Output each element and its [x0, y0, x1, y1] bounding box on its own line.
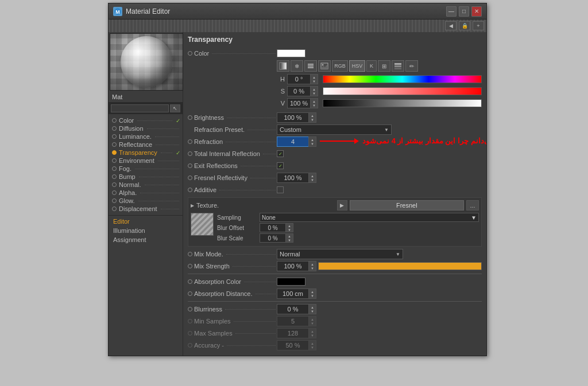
- fresnel-value[interactable]: [277, 173, 308, 183]
- ellipsis-button[interactable]: ...: [466, 200, 479, 210]
- sidebar-item-displacement[interactable]: Displacement: [109, 205, 183, 213]
- sat-bar[interactable]: [323, 87, 482, 95]
- close-button[interactable]: ✕: [471, 6, 482, 17]
- fresnel-spinner-btn[interactable]: ▲ ▼: [308, 173, 316, 183]
- svg-rect-5: [308, 67, 314, 68]
- image-icon[interactable]: [318, 60, 331, 72]
- refraction-spinner[interactable]: ▲ ▼: [277, 137, 316, 147]
- main-area: Mat ↖ Color ✓ Diffusion: [109, 32, 486, 356]
- absorption-distance-value[interactable]: [277, 288, 308, 299]
- refraction-label: Refraction: [188, 138, 277, 145]
- sidebar-nav-illumination[interactable]: Illumination: [109, 226, 183, 235]
- mix-strength-value[interactable]: [277, 261, 308, 271]
- fresnel-button[interactable]: Fresnel: [350, 200, 464, 210]
- blurriness-value[interactable]: [277, 304, 308, 314]
- sampling-dropdown[interactable]: None ▼: [260, 213, 479, 222]
- sidebar-item-reflectance[interactable]: Reflectance: [109, 141, 183, 149]
- back-icon[interactable]: ◀: [445, 21, 457, 30]
- mix-strength-bar[interactable]: [318, 262, 482, 270]
- picker-icon[interactable]: ✏: [405, 60, 418, 72]
- sidebar-item-transparency[interactable]: Transparency ✓: [109, 149, 183, 157]
- absorption-distance-spinner[interactable]: ▲ ▼: [277, 288, 316, 299]
- blurriness-spinner-btn[interactable]: ▲ ▼: [308, 304, 316, 314]
- h-spinner-btn[interactable]: ▲ ▼: [310, 74, 318, 84]
- sidebar-item-color[interactable]: Color ✓: [109, 116, 183, 124]
- svg-rect-10: [394, 68, 401, 69]
- sidebar-item-fog[interactable]: Fog.: [109, 165, 183, 173]
- dot-transparency: [112, 150, 117, 155]
- mix-strength-spinner[interactable]: ▲ ▼: [277, 261, 316, 271]
- blur-scale-spinner-btn[interactable]: ▲ ▼: [285, 233, 293, 243]
- brightness-row: Brightness ▲ ▼: [188, 112, 482, 123]
- add-icon[interactable]: +: [473, 21, 484, 30]
- blur-scale-value[interactable]: [260, 233, 285, 243]
- app-icon: M: [113, 7, 122, 16]
- sidebar-item-bump[interactable]: Bump: [109, 173, 183, 181]
- texture-section: ▶ Texture. ▶ Fresnel ... Sampling None: [188, 197, 482, 247]
- texture-play-btn[interactable]: ▶: [337, 200, 347, 210]
- refraction-spinner-btn[interactable]: ▲ ▼: [308, 137, 316, 147]
- brightness-spinner[interactable]: ▲ ▼: [277, 112, 316, 123]
- exit-reflections-checkbox[interactable]: ✓: [277, 162, 284, 169]
- snowflake-icon[interactable]: ❄: [291, 60, 303, 72]
- brightness-value[interactable]: [277, 112, 308, 123]
- h-label: H: [277, 76, 285, 83]
- blurriness-spinner[interactable]: ▲ ▼: [277, 304, 316, 314]
- cursor-icon[interactable]: ↖: [170, 104, 180, 112]
- triangle-icon[interactable]: ▶: [191, 203, 194, 208]
- s-spinner[interactable]: ▲ ▼: [287, 86, 318, 96]
- grid-icon[interactable]: ⊞: [378, 60, 390, 72]
- minimize-button[interactable]: —: [446, 6, 457, 17]
- h-spinner[interactable]: ▲ ▼: [287, 74, 318, 84]
- v-spinner-btn[interactable]: ▲ ▼: [310, 98, 318, 108]
- s-value[interactable]: [287, 86, 310, 96]
- absorption-distance-spinner-btn[interactable]: ▲ ▼: [308, 288, 316, 299]
- hue-bar[interactable]: [323, 75, 482, 83]
- brightness-spinner-btn[interactable]: ▲ ▼: [308, 112, 316, 123]
- mix-strength-spinner-btn[interactable]: ▲ ▼: [308, 261, 316, 271]
- lock-icon[interactable]: 🔒: [459, 21, 470, 30]
- blur-offset-spinner[interactable]: ▲ ▼: [260, 223, 293, 232]
- refraction-preset-label: Refraction Preset.: [188, 126, 277, 133]
- sidebar-item-luminance[interactable]: Luminance.: [109, 132, 183, 141]
- h-value[interactable]: [287, 74, 310, 84]
- v-spinner[interactable]: ▲ ▼: [287, 98, 318, 108]
- absorption-color-swatch[interactable]: [277, 278, 305, 286]
- tir-checkbox[interactable]: ✓: [277, 150, 284, 157]
- refraction-value[interactable]: [277, 137, 308, 147]
- val-bar[interactable]: [323, 99, 482, 107]
- sidebar-item-environment[interactable]: Environment: [109, 157, 183, 165]
- refraction-row: Refraction ▲ ▼ نمی‌دانم چرا ا: [188, 137, 482, 147]
- mix-mode-dropdown[interactable]: Normal ▼: [277, 249, 403, 259]
- s-spinner-btn[interactable]: ▲ ▼: [310, 86, 318, 96]
- maximize-button[interactable]: □: [459, 6, 469, 17]
- layers-icon[interactable]: [304, 60, 317, 72]
- blur-offset-value[interactable]: [260, 223, 285, 232]
- v-value[interactable]: [287, 98, 310, 108]
- blurriness-label: Blurriness: [188, 306, 277, 313]
- gradient-icon[interactable]: [277, 60, 289, 72]
- hsv-label[interactable]: HSV: [349, 60, 365, 72]
- svg-rect-4: [308, 65, 314, 67]
- accuracy-row: Accuracy - ▲ ▼: [188, 340, 482, 350]
- max-samples-row: Max Samples ▲ ▼: [188, 328, 482, 338]
- brightness-label: Brightness: [188, 114, 277, 121]
- sidebar-item-normal[interactable]: Normal.: [109, 181, 183, 189]
- svg-rect-9: [394, 65, 401, 67]
- sidebar-item-diffusion[interactable]: Diffusion: [109, 124, 183, 132]
- separator-1: [188, 274, 482, 274]
- sidebar-nav-assignment[interactable]: Assignment: [109, 235, 183, 244]
- sidebar-item-alpha[interactable]: Alpha.: [109, 189, 183, 197]
- blur-offset-spinner-btn[interactable]: ▲ ▼: [285, 223, 293, 232]
- rgb-label[interactable]: RGB: [332, 60, 348, 72]
- color-swatch[interactable]: [277, 49, 305, 57]
- sidebar-item-glow[interactable]: Glow.: [109, 197, 183, 205]
- sidebar-nav-editor[interactable]: Editor: [109, 217, 183, 226]
- refraction-preset-dropdown[interactable]: Custom ▼: [277, 124, 392, 135]
- fresnel-spinner[interactable]: ▲ ▼: [277, 173, 316, 183]
- additive-checkbox[interactable]: [277, 186, 284, 193]
- k-label[interactable]: K: [366, 60, 377, 72]
- blur-scale-spinner[interactable]: ▲ ▼: [260, 233, 293, 243]
- separator-2: [188, 301, 482, 302]
- channels-icon[interactable]: [392, 60, 404, 72]
